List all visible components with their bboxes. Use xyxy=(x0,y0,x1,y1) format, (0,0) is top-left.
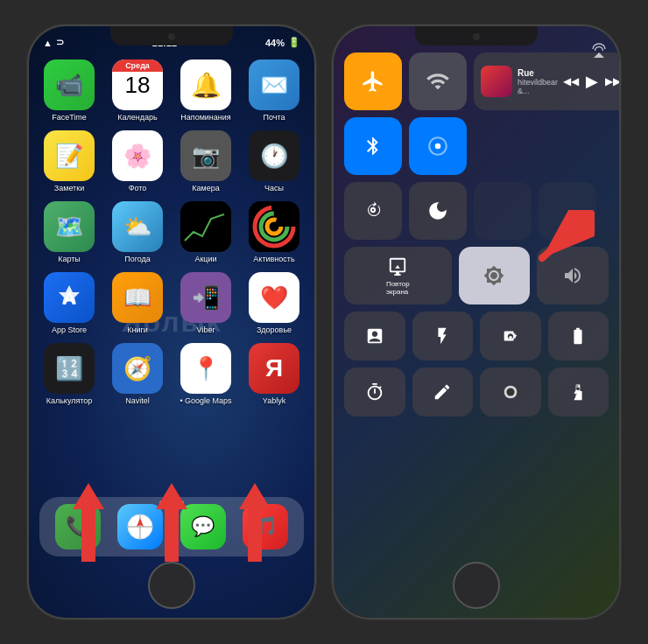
app-mail[interactable]: ✉️ Почта xyxy=(244,60,304,122)
app-navitel[interactable]: 🧭 Navitel xyxy=(108,343,167,405)
cc-wifi-off-tile[interactable] xyxy=(409,52,467,110)
up-arrow-2-svg xyxy=(156,483,187,562)
now-playing-info: Rue hitevildbear &... xyxy=(518,68,558,95)
calendar-icon: Среда 18 xyxy=(112,60,163,110)
cc-now-playing: Rue hitevildbear &... ◀◀ ▶ ▶▶ xyxy=(474,52,619,110)
photos-icon: 🌸 xyxy=(112,130,163,181)
home-button-phone2[interactable] xyxy=(453,562,500,609)
svg-point-15 xyxy=(506,388,514,396)
svg-point-13 xyxy=(435,144,441,150)
airplay-icon xyxy=(591,42,607,60)
health-label: Здоровье xyxy=(257,326,292,334)
gmaps-label: • Google Maps xyxy=(180,396,231,405)
home-button-phone1[interactable] xyxy=(148,562,195,609)
stocks-label: Акции xyxy=(194,255,216,263)
status-bar-right: 44% 🔋 xyxy=(265,37,300,48)
maps-label: Карты xyxy=(58,255,81,263)
svg-marker-6 xyxy=(73,483,104,562)
app-appstore[interactable]: A App Store xyxy=(39,272,99,334)
cc-timer-tile[interactable] xyxy=(344,368,405,416)
cc-airplane-tile[interactable] xyxy=(344,52,402,110)
cc-remote-tile[interactable] xyxy=(548,368,609,416)
cc-do-not-disturb-tile[interactable] xyxy=(409,182,467,240)
reminders-icon: 🔔 xyxy=(180,60,231,110)
navitel-icon: 🧭 xyxy=(112,343,163,394)
svg-point-17 xyxy=(576,388,580,391)
app-gmaps[interactable]: 📍 • Google Maps xyxy=(176,343,236,405)
camera-icon: 📷 xyxy=(180,130,231,181)
cc-row-4 xyxy=(344,312,609,360)
photos-label: Фото xyxy=(129,184,147,192)
cc-connectivity-group xyxy=(344,52,467,175)
books-label: Книги xyxy=(127,326,148,334)
status-bar: ▲ ⊃ 21:12 44% 🔋 xyxy=(43,37,300,48)
appstore-label: App Store xyxy=(52,326,87,334)
play-button[interactable]: ▶ xyxy=(586,72,598,91)
cc-battery-tile[interactable] xyxy=(548,312,609,360)
cc-screen-mirror-tile[interactable]: Повторэкрана xyxy=(344,247,452,304)
svg-marker-8 xyxy=(239,483,271,562)
prev-button[interactable]: ◀◀ xyxy=(563,75,579,88)
maps-icon: 🗺️ xyxy=(44,201,95,252)
arrow-2 xyxy=(156,483,187,562)
now-playing-artwork xyxy=(481,66,512,97)
app-weather[interactable]: ⛅ Погода xyxy=(108,201,167,263)
app-facetime[interactable]: 📹 FaceTime xyxy=(39,60,99,122)
app-camera[interactable]: 📷 Камера xyxy=(176,130,236,192)
app-maps[interactable]: 🗺️ Карты xyxy=(39,201,99,263)
reminders-label: Напоминания xyxy=(180,113,230,122)
app-notes[interactable]: 📝 Заметки xyxy=(39,130,99,192)
app-reminders[interactable]: 🔔 Напоминания xyxy=(176,60,236,122)
yablyk-label: Yablyk xyxy=(263,396,285,405)
calendar-label: Календарь xyxy=(117,113,157,122)
cc-row-1: Rue hitevildbear &... ◀◀ ▶ ▶▶ xyxy=(344,52,609,175)
notes-label: Заметки xyxy=(54,184,84,192)
notes-icon: 📝 xyxy=(44,130,95,181)
viber-label: Viber xyxy=(197,326,215,334)
battery-text: 44% xyxy=(265,38,285,48)
next-button[interactable]: ▶▶ xyxy=(605,75,619,88)
app-activity[interactable]: Активность xyxy=(244,201,304,263)
clock-display: 21:12 xyxy=(152,38,177,48)
activity-label: Активность xyxy=(253,255,294,263)
activity-icon xyxy=(249,201,299,252)
svg-text:A: A xyxy=(63,289,75,308)
swipe-indicator xyxy=(463,38,490,42)
cc-camera-small-tile[interactable] xyxy=(480,312,541,360)
app-photos[interactable]: 🌸 Фото xyxy=(108,130,167,192)
app-stocks[interactable]: Акции xyxy=(176,201,236,263)
weather-label: Погода xyxy=(124,255,151,263)
svg-rect-16 xyxy=(576,384,581,400)
cc-notes-tile[interactable] xyxy=(412,368,474,416)
svg-rect-0 xyxy=(180,201,231,252)
clock-label: Часы xyxy=(264,184,284,192)
arrow-1 xyxy=(73,483,104,562)
up-arrow-1-svg xyxy=(73,483,104,562)
arrows-container xyxy=(29,483,314,562)
app-books[interactable]: 📖 Книги xyxy=(108,272,167,334)
phone2-screen: Rue hitevildbear &... ◀◀ ▶ ▶▶ xyxy=(334,26,619,618)
main-container: Яблык ▲ ⊃ 21:12 44% 🔋 📹 FaceTime xyxy=(0,0,648,644)
cc-rotation-lock-tile[interactable] xyxy=(344,182,402,240)
signal-icon: ▲ xyxy=(43,38,53,48)
calculator-label: Калькулятор xyxy=(46,396,93,405)
app-clock[interactable]: 🕐 Часы xyxy=(244,130,304,192)
health-icon: ❤️ xyxy=(249,272,299,323)
cc-screen-record-tile[interactable] xyxy=(480,368,541,416)
up-arrow-3-svg xyxy=(239,483,271,562)
app-calculator[interactable]: 🔢 Калькулятор xyxy=(39,343,99,405)
cc-calculator-tile[interactable] xyxy=(344,312,405,360)
phone2-frame: Rue hitevildbear &... ◀◀ ▶ ▶▶ xyxy=(332,24,621,620)
cc-airdrop-tile[interactable] xyxy=(409,117,467,175)
status-bar-left: ▲ ⊃ xyxy=(43,37,64,48)
app-health[interactable]: ❤️ Здоровье xyxy=(244,272,304,334)
app-yablyk[interactable]: Я Yablyk xyxy=(244,343,304,405)
app-viber[interactable]: 📲 Viber xyxy=(176,272,236,334)
mail-icon: ✉️ xyxy=(249,60,299,110)
cc-bluetooth-tile[interactable] xyxy=(344,117,402,175)
cc-flashlight-tile[interactable] xyxy=(412,312,474,360)
app-calendar[interactable]: Среда 18 Календарь xyxy=(108,60,167,122)
wifi-icon: ⊃ xyxy=(56,37,64,48)
svg-line-19 xyxy=(542,219,586,258)
facetime-label: FaceTime xyxy=(52,113,87,122)
